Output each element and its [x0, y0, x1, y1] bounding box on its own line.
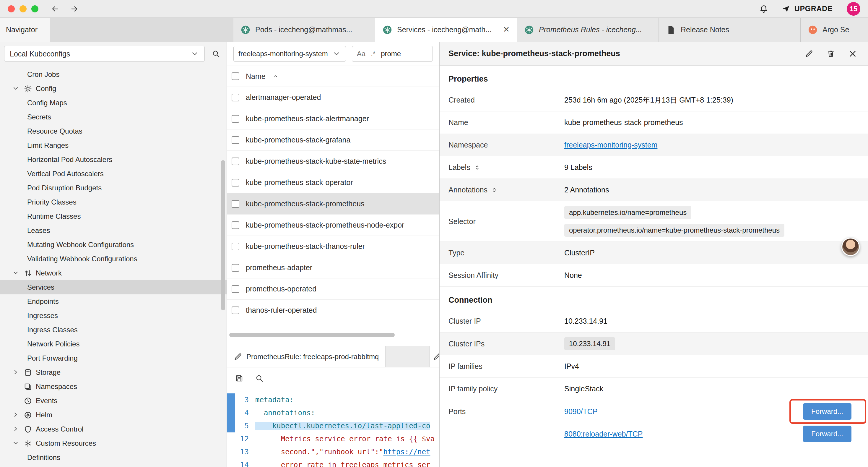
table-row-kube-prometheus-stack-kube-state-metrics[interactable]: kube-prometheus-stack-kube-state-metrics — [227, 151, 439, 172]
filter-input[interactable]: Aa .* prome — [352, 46, 433, 62]
row-checkbox[interactable] — [231, 285, 239, 293]
sidebar-item-storage[interactable]: Storage — [0, 365, 226, 380]
sidebar-item-ingresses[interactable]: Ingresses — [0, 309, 226, 323]
kubeconfig-dropdown[interactable]: Local Kubeconfigs — [4, 46, 205, 62]
row-checkbox[interactable] — [231, 264, 239, 272]
editor-line-4[interactable]: 4 annotations: — [227, 406, 439, 419]
yaml-editor[interactable]: 3metadata:4 annotations:5 kubectl.kubern… — [227, 389, 439, 467]
editor-line-14[interactable]: 14 error rate in freeleaps metrics ser — [227, 459, 439, 467]
editor-line-5[interactable]: 5 kubectl.kubernetes.io/last-applied-co — [227, 419, 439, 432]
tab-services-icecheng-math[interactable]: Services - icecheng@math...✕ — [375, 18, 517, 42]
sidebar-item-events[interactable]: Events — [0, 394, 226, 408]
dock-tab-partial[interactable] — [429, 346, 439, 367]
row-checkbox[interactable] — [231, 179, 239, 186]
table-row-alertmanager-operated[interactable]: alertmanager-operated — [227, 87, 439, 108]
sidebar-item-cron-jobs[interactable]: Cron Jobs — [0, 67, 226, 82]
horizontal-scrollbar-thumb[interactable] — [229, 333, 395, 337]
sidebar-item-config-maps[interactable]: Config Maps — [0, 96, 226, 110]
editor-line-3[interactable]: 3metadata: — [227, 393, 439, 406]
sort-toggle-icon[interactable] — [490, 186, 498, 194]
regex-toggle[interactable]: .* — [371, 50, 375, 58]
namespace-dropdown[interactable]: freeleaps-monitoring-system — [234, 46, 346, 62]
row-checkbox[interactable] — [231, 307, 239, 314]
assistant-avatar[interactable] — [841, 238, 860, 256]
sidebar-item-namespaces[interactable]: Namespaces — [0, 380, 226, 394]
port-link[interactable]: 8080:reloader-web/TCP — [564, 430, 643, 438]
sort-toggle-icon[interactable] — [473, 164, 481, 171]
tab-argo-se[interactable]: Argo Se — [801, 18, 868, 42]
row-checkbox[interactable] — [231, 115, 239, 123]
sidebar-item-config[interactable]: Config — [0, 82, 226, 96]
sidebar-item-mutating-webhook-configurations[interactable]: Mutating Webhook Configurations — [0, 238, 226, 252]
notifications-button[interactable] — [757, 2, 770, 16]
navigator-panel-tab[interactable]: Navigator — [0, 18, 50, 42]
edit-service-button[interactable] — [802, 47, 815, 60]
sidebar-item-priority-classes[interactable]: Priority Classes — [0, 195, 226, 209]
row-checkbox[interactable] — [231, 243, 239, 250]
forward-button[interactable]: Forward... — [803, 426, 851, 442]
sidebar-item-services[interactable]: Services — [0, 280, 226, 294]
chevron-right-icon[interactable] — [12, 411, 20, 419]
sidebar-item-network[interactable]: Network — [0, 266, 226, 280]
sidebar-item-runtime-classes[interactable]: Runtime Classes — [0, 209, 226, 224]
upgrade-button[interactable]: UPGRADE — [781, 4, 833, 13]
history-forward-button[interactable] — [68, 2, 81, 16]
sidebar-item-validating-webhook-configurations[interactable]: Validating Webhook Configurations — [0, 252, 226, 266]
forward-button[interactable]: Forward... — [803, 403, 851, 420]
match-case-toggle[interactable]: Aa — [357, 50, 366, 58]
chevron-right-icon[interactable] — [12, 368, 20, 377]
chevron-down-icon[interactable] — [12, 439, 20, 447]
table-row-thanos-ruler-operated[interactable]: thanos-ruler-operated — [227, 300, 439, 321]
close-tab-icon[interactable]: ✕ — [503, 26, 509, 34]
select-all-checkbox[interactable] — [231, 72, 239, 80]
sidebar-item-custom-resources[interactable]: Custom Resources — [0, 436, 226, 450]
sidebar-item-pod-disruption-budgets[interactable]: Pod Disruption Budgets — [0, 181, 226, 195]
sidebar-item-definitions[interactable]: Definitions — [0, 450, 226, 465]
history-back-button[interactable] — [49, 2, 61, 16]
chevron-right-icon[interactable] — [12, 425, 20, 433]
window-close-button[interactable] — [8, 5, 15, 12]
sidebar-item-secrets[interactable]: Secrets — [0, 110, 226, 124]
editor-line-12[interactable]: 12 Metrics service error rate is {{ $va — [227, 432, 439, 445]
sidebar-item-leases[interactable]: Leases — [0, 224, 226, 238]
sidebar-item-ingress-classes[interactable]: Ingress Classes — [0, 323, 226, 337]
sidebar-item-resource-quotas[interactable]: Resource Quotas — [0, 124, 226, 138]
table-row-prometheus-operated[interactable]: prometheus-operated — [227, 279, 439, 300]
sort-ascending-caret-icon[interactable] — [272, 73, 279, 80]
table-row-kube-prometheus-stack-operator[interactable]: kube-prometheus-stack-operator — [227, 172, 439, 193]
chevron-icon[interactable] — [12, 397, 20, 405]
window-zoom-button[interactable] — [31, 5, 38, 12]
notification-count-badge[interactable]: 15 — [847, 2, 860, 16]
editor-line-13[interactable]: 13 second.","runbook_url":"https://net — [227, 445, 439, 459]
row-checkbox[interactable] — [231, 200, 239, 208]
sidebar-item-access-control[interactable]: Access Control — [0, 422, 226, 436]
delete-service-button[interactable] — [824, 47, 837, 60]
table-row-kube-prometheus-stack-alertmanager[interactable]: kube-prometheus-stack-alertmanager — [227, 108, 439, 129]
close-drawer-button[interactable] — [846, 47, 859, 60]
name-column-header[interactable]: Name — [246, 72, 266, 81]
table-row-kube-prometheus-stack-prometheus[interactable]: kube-prometheus-stack-prometheus — [227, 193, 439, 214]
sidebar-item-helm[interactable]: Helm — [0, 408, 226, 422]
chevron-down-icon[interactable] — [12, 269, 20, 277]
row-checkbox[interactable] — [231, 222, 239, 229]
sidebar-item-port-forwarding[interactable]: Port Forwarding — [0, 351, 226, 365]
sidebar-item-limit-ranges[interactable]: Limit Ranges — [0, 138, 226, 152]
row-checkbox[interactable] — [231, 157, 239, 165]
namespace-link[interactable]: freeleaps-monitoring-system — [564, 141, 657, 149]
chevron-icon[interactable] — [12, 382, 20, 391]
sidebar-item-vertical-pod-autoscalers[interactable]: Vertical Pod Autoscalers — [0, 167, 226, 181]
row-checkbox[interactable] — [231, 136, 239, 144]
tab-pods-icecheng-mathmas[interactable]: Pods - icecheng@mathmas... — [234, 18, 375, 42]
port-link[interactable]: 9090/TCP — [564, 407, 598, 416]
sidebar-item-endpoints[interactable]: Endpoints — [0, 294, 226, 309]
sidebar-scrollbar[interactable] — [221, 160, 225, 310]
sidebar-item-horizontal-pod-autoscalers[interactable]: Horizontal Pod Autoscalers — [0, 152, 226, 167]
sidebar-item-network-policies[interactable]: Network Policies — [0, 337, 226, 351]
table-row-prometheus-adapter[interactable]: prometheus-adapter — [227, 257, 439, 279]
chevron-down-icon[interactable] — [12, 85, 20, 93]
row-checkbox[interactable] — [231, 94, 239, 101]
table-row-kube-prometheus-stack-prometheus-node-expor[interactable]: kube-prometheus-stack-prometheus-node-ex… — [227, 214, 439, 236]
sidebar-search-button[interactable] — [210, 47, 222, 60]
table-row-kube-prometheus-stack-grafana[interactable]: kube-prometheus-stack-grafana — [227, 129, 439, 151]
save-button[interactable] — [234, 372, 245, 384]
